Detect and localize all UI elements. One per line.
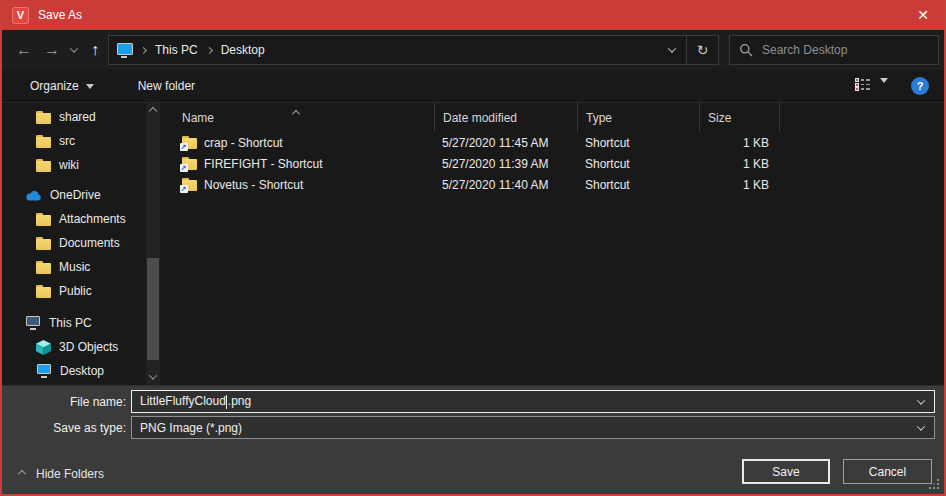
folder-icon xyxy=(36,111,51,124)
save-as-dialog: V Save As ✕ ← → ↑ This PC Desktop ↻ Sear… xyxy=(0,0,946,496)
file-name-value: LittleFluffyCloud.png xyxy=(140,394,251,409)
sidebar-item-label: Desktop xyxy=(60,364,104,378)
shortcut-arrow-icon xyxy=(180,164,188,172)
chevron-down-icon xyxy=(70,44,78,52)
address-bar[interactable]: This PC Desktop ↻ xyxy=(108,35,719,65)
breadcrumb-this-pc[interactable]: This PC xyxy=(147,36,206,64)
scrollbar-thumb[interactable] xyxy=(147,258,159,360)
desktop-icon xyxy=(116,43,134,58)
dropdown-triangle-icon xyxy=(86,84,94,89)
file-row-crap-shortcut[interactable]: crap - Shortcut 5/27/2020 11:45 AM Short… xyxy=(162,132,944,153)
file-name-cell: Novetus - Shortcut xyxy=(162,178,434,192)
help-button[interactable]: ? xyxy=(911,77,929,95)
sidebar-item-music[interactable]: Music xyxy=(2,255,162,279)
forward-button[interactable]: → xyxy=(38,30,66,70)
save-as-type-value: PNG Image (*.png) xyxy=(140,421,242,435)
up-one-level-button[interactable]: ↑ xyxy=(82,30,108,70)
breadcrumb-desktop[interactable]: Desktop xyxy=(213,36,273,64)
type-cell: Shortcut xyxy=(577,136,699,150)
computer-icon xyxy=(25,316,41,330)
sidebar-item-label: Attachments xyxy=(59,212,126,226)
file-list: Name Date modified Type Size crap - Shor… xyxy=(162,103,944,385)
file-row-firefight-shortcut[interactable]: FIREFIGHT - Shortcut 5/27/2020 11:39 AM … xyxy=(162,153,944,174)
details-view-icon xyxy=(855,78,870,91)
sidebar-item-this-pc[interactable]: This PC xyxy=(2,311,162,335)
sidebar-item-documents[interactable]: Documents xyxy=(2,231,162,255)
size-cell: 1 KB xyxy=(699,157,779,171)
sidebar-item-label: OneDrive xyxy=(50,188,101,202)
chevron-down-icon[interactable] xyxy=(917,396,925,404)
organize-label: Organize xyxy=(30,79,79,93)
folder-icon xyxy=(36,213,51,226)
hide-folders-label: Hide Folders xyxy=(36,467,104,481)
column-header-size[interactable]: Size xyxy=(699,103,779,132)
file-name-input[interactable]: LittleFluffyCloud.png xyxy=(131,390,935,413)
cube-icon xyxy=(36,340,51,355)
sidebar-item-desktop[interactable]: Desktop xyxy=(2,359,162,383)
onedrive-cloud-icon xyxy=(25,190,42,201)
folder-shortcut-icon xyxy=(182,178,197,191)
sidebar-item-shared[interactable]: shared xyxy=(2,105,162,129)
date-modified-cell: 5/27/2020 11:40 AM xyxy=(434,178,577,192)
sidebar-item-onedrive[interactable]: OneDrive xyxy=(2,183,162,207)
date-modified-cell: 5/27/2020 11:45 AM xyxy=(434,136,577,150)
save-as-type-select[interactable]: PNG Image (*.png) xyxy=(131,416,935,439)
new-folder-button[interactable]: New folder xyxy=(130,73,203,99)
search-icon xyxy=(739,43,753,57)
file-name-text: FIREFIGHT - Shortcut xyxy=(204,157,322,171)
recent-locations-dropdown[interactable] xyxy=(66,30,82,70)
chevron-down-icon xyxy=(668,44,676,52)
sidebar-item-3d-objects[interactable]: 3D Objects xyxy=(2,335,162,359)
organize-button[interactable]: Organize xyxy=(22,73,102,99)
refresh-button[interactable]: ↻ xyxy=(686,36,718,64)
file-name-cell: FIREFIGHT - Shortcut xyxy=(162,157,434,171)
file-name-label: File name: xyxy=(2,395,126,409)
save-panel: File name: LittleFluffyCloud.png Save as… xyxy=(2,385,944,494)
file-name-text: crap - Shortcut xyxy=(204,136,283,150)
close-button[interactable]: ✕ xyxy=(902,0,944,30)
main-area: shared src wiki OneDrive Attachments Doc… xyxy=(2,103,944,385)
resize-grip[interactable] xyxy=(929,479,939,489)
chevron-up-icon xyxy=(149,107,157,115)
chevron-down-icon[interactable] xyxy=(917,422,925,430)
change-view-button[interactable] xyxy=(855,78,870,91)
back-button[interactable]: ← xyxy=(10,30,38,70)
folder-shortcut-icon xyxy=(182,157,197,170)
desktop-icon xyxy=(36,364,52,378)
column-header-type[interactable]: Type xyxy=(577,103,699,132)
address-history-dropdown[interactable] xyxy=(658,36,686,64)
sidebar-scrollbar[interactable] xyxy=(146,103,160,385)
shortcut-arrow-icon xyxy=(180,143,188,151)
file-row-novetus-shortcut[interactable]: Novetus - Shortcut 5/27/2020 11:40 AM Sh… xyxy=(162,174,944,195)
address-location xyxy=(109,43,140,58)
folder-icon xyxy=(36,285,51,298)
sidebar-item-wiki[interactable]: wiki xyxy=(2,153,162,177)
type-cell: Shortcut xyxy=(577,157,699,171)
sidebar-item-label: Music xyxy=(59,260,90,274)
navigation-bar: ← → ↑ This PC Desktop ↻ Search Desktop xyxy=(2,30,944,70)
folder-icon xyxy=(36,237,51,250)
navigation-pane: shared src wiki OneDrive Attachments Doc… xyxy=(2,103,162,385)
window-title: Save As xyxy=(38,8,82,22)
sidebar-item-src[interactable]: src xyxy=(2,129,162,153)
file-name-cell: crap - Shortcut xyxy=(162,136,434,150)
folder-icon xyxy=(36,159,51,172)
search-input[interactable]: Search Desktop xyxy=(729,35,939,65)
text-caret xyxy=(226,395,227,409)
sidebar-item-label: Public xyxy=(59,284,92,298)
cancel-button[interactable]: Cancel xyxy=(843,459,932,484)
sidebar-item-attachments[interactable]: Attachments xyxy=(2,207,162,231)
scroll-down-button[interactable] xyxy=(146,369,160,385)
hide-folders-button[interactable]: Hide Folders xyxy=(19,463,104,485)
folder-icon xyxy=(36,135,51,148)
scroll-up-button[interactable] xyxy=(146,103,160,119)
vivaldi-logo-icon: V xyxy=(12,7,29,24)
column-header-date-modified[interactable]: Date modified xyxy=(434,103,577,132)
sidebar-item-public[interactable]: Public xyxy=(2,279,162,303)
save-as-type-label: Save as type: xyxy=(2,421,126,435)
view-options-dropdown[interactable] xyxy=(880,83,888,101)
sidebar-item-label: wiki xyxy=(59,158,79,172)
command-toolbar: Organize New folder ? xyxy=(2,70,944,103)
save-button[interactable]: Save xyxy=(742,459,830,484)
folder-icon xyxy=(36,261,51,274)
